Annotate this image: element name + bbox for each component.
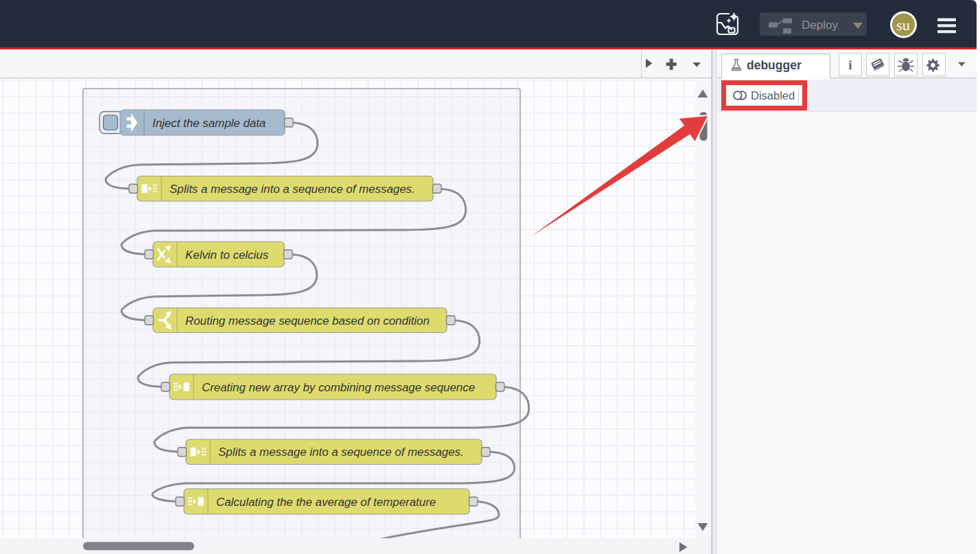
svg-text:debugger: debugger [747,58,802,72]
svg-text:i: i [848,58,852,72]
svg-text:Routing message sequence based: Routing message sequence based on condit… [185,314,430,327]
svg-text:Inject the sample data: Inject the sample data [152,117,266,130]
svg-text:Creating new array by combinin: Creating new array by combining message … [202,381,475,394]
svg-text:Deploy: Deploy [802,19,838,32]
svg-text:Kelvin to celcius: Kelvin to celcius [185,249,269,262]
svg-text:su: su [896,16,910,34]
svg-text:Splits a message into a sequen: Splits a message into a sequence of mess… [170,183,415,196]
svg-text:Calculating the the average of: Calculating the the average of temperatu… [216,496,436,509]
svg-text:Splits a message into a sequen: Splits a message into a sequence of mess… [218,446,464,459]
svg-text:Disabled: Disabled [751,89,795,102]
